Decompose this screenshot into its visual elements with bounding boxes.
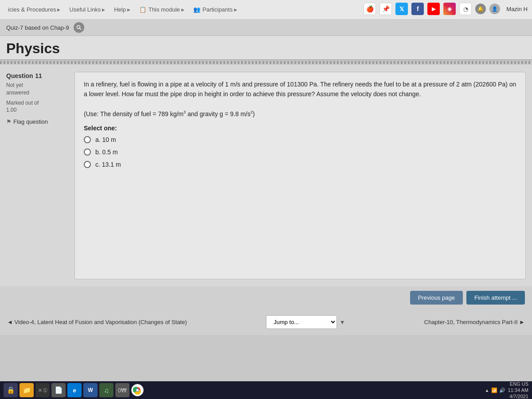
notification-bell[interactable]: 🔔: [475, 4, 486, 14]
nav-policies[interactable]: icies & Procedures ▶: [4, 4, 64, 15]
nav-arrow-4: ▶: [234, 8, 237, 12]
flag-question-button[interactable]: ⚑ Flag question: [6, 118, 68, 125]
taskbar-x-btn[interactable]: ✕①: [35, 383, 50, 397]
nav-arrow-1: ▶: [102, 8, 105, 12]
taskbar: 🔒 📁 ✕① 📄 e W ♫ 0₩ ▲ 📶 🔊 ENG US 11:34 AM: [0, 381, 532, 399]
top-navigation: icies & Procedures ▶ Useful Links ▶ Help…: [0, 0, 532, 20]
question-sidebar: Question 11 Not yet answered Marked out …: [6, 72, 68, 279]
taskbar-date: 4/7/2021: [508, 393, 528, 399]
breadcrumb: Quiz-7 based on Chap-9: [0, 20, 532, 36]
taskbar-time-top: 11:34 AM: [508, 387, 528, 393]
taskbar-files-btn[interactable]: 📄: [51, 383, 66, 397]
nav-arrow-3: ▶: [181, 8, 184, 12]
taskbar-word-btn[interactable]: W: [83, 383, 98, 397]
action-buttons-row: Previous page Finish attempt ...: [0, 286, 532, 309]
question-box: In a refinery, fuel is flowing in a pipe…: [74, 72, 526, 279]
youtube-icon[interactable]: ▶: [427, 3, 440, 15]
taskbar-time-display: ENG US 11:34 AM 4/7/2021: [508, 381, 528, 399]
answer-option-a[interactable]: a. 10 m: [84, 136, 516, 143]
answer-option-b[interactable]: b. 0.5 m: [84, 149, 516, 156]
nav-arrow-2: ▶: [127, 8, 130, 12]
marked-out-of: Marked out of 1.00: [6, 99, 68, 114]
taskbar-up-arrow: ▲: [485, 388, 489, 393]
participants-icon: 👥: [193, 6, 200, 13]
nav-help[interactable]: Help ▶: [110, 4, 134, 15]
user-avatar[interactable]: 👤: [489, 4, 500, 14]
nav-arrow-0: ▶: [57, 8, 60, 12]
jump-to-container: Jump to... ▼: [266, 315, 345, 329]
radio-b[interactable]: [84, 149, 91, 156]
question-status: Not yet answered: [6, 82, 68, 97]
taskbar-lock-btn[interactable]: 🔒: [4, 383, 18, 397]
select-one-label: Select one:: [84, 125, 516, 132]
svg-line-1: [79, 28, 81, 30]
answer-text-c: c. 13.1 m: [95, 161, 121, 168]
facebook-icon[interactable]: f: [411, 3, 424, 15]
breadcrumb-quiz[interactable]: Quiz-7 based on Chap-9: [6, 24, 69, 31]
taskbar-ie-btn[interactable]: e: [67, 383, 82, 397]
taskbar-clock-area: ▲ 📶 🔊 ENG US 11:34 AM 4/7/2021: [485, 381, 528, 399]
username-label: Mazin H: [506, 6, 528, 12]
next-topic-link[interactable]: Chapter-10, Thermodynamics Part-II ►: [424, 319, 525, 325]
decorative-dots-border: [0, 61, 532, 64]
taskbar-chrome-btn[interactable]: [131, 384, 144, 396]
nav-participants[interactable]: 👥 Participants ▶: [190, 4, 241, 15]
answer-text-b: b. 0.5 m: [95, 149, 118, 156]
pin-icon[interactable]: 📌: [379, 3, 392, 15]
radio-a[interactable]: [84, 136, 91, 143]
page-title: Physics: [6, 40, 526, 57]
taskbar-volume-icon: 🔊: [499, 387, 505, 393]
answer-text-a: a. 10 m: [95, 136, 116, 143]
question-label-number: Question 11: [6, 72, 68, 80]
taskbar-music-btn[interactable]: ♫: [99, 383, 113, 397]
twitter-icon[interactable]: 𝕏: [395, 3, 408, 15]
radio-c[interactable]: [84, 161, 91, 168]
main-content-area: Question 11 Not yet answered Marked out …: [0, 65, 532, 286]
apple-icon[interactable]: 🍎: [364, 3, 376, 15]
module-icon: 📋: [139, 6, 146, 13]
taskbar-om-btn[interactable]: 0₩: [115, 383, 129, 397]
breadcrumb-search-icon[interactable]: [74, 22, 84, 33]
jump-to-dropdown[interactable]: Jump to...: [266, 315, 337, 329]
taskbar-language: ENG US: [508, 381, 528, 387]
page-title-area: Physics: [0, 36, 532, 60]
flag-icon: ⚑: [6, 118, 12, 125]
answer-option-c[interactable]: c. 13.1 m: [84, 161, 516, 168]
social-icons-bar: 🍎 📌 𝕏 f ▶ ◉ ◔ 🔔 👤 Mazin H: [364, 3, 528, 15]
question-text: In a refinery, fuel is flowing in a pipe…: [84, 79, 516, 119]
prev-topic-link[interactable]: ◄ Video-4, Latent Heat of Fusion and Vap…: [7, 319, 187, 325]
svg-point-4: [137, 389, 139, 391]
taskbar-network-icon: 📶: [491, 387, 497, 393]
taskbar-folder-btn[interactable]: 📁: [20, 383, 34, 397]
svg-point-0: [77, 26, 80, 29]
other-social-icon[interactable]: ◔: [459, 3, 472, 15]
previous-page-button[interactable]: Previous page: [410, 291, 463, 305]
instagram-icon[interactable]: ◉: [443, 3, 456, 15]
nav-useful-links[interactable]: Useful Links ▶: [66, 4, 109, 15]
taskbar-system-icons: ▲ 📶 🔊: [485, 387, 505, 393]
finish-attempt-button[interactable]: Finish attempt ...: [466, 291, 525, 305]
bottom-navigation: ◄ Video-4, Latent Heat of Fusion and Vap…: [0, 309, 532, 335]
dropdown-arrow-icon: ▼: [340, 319, 345, 325]
nav-this-module[interactable]: 📋 This module ▶: [136, 4, 188, 15]
